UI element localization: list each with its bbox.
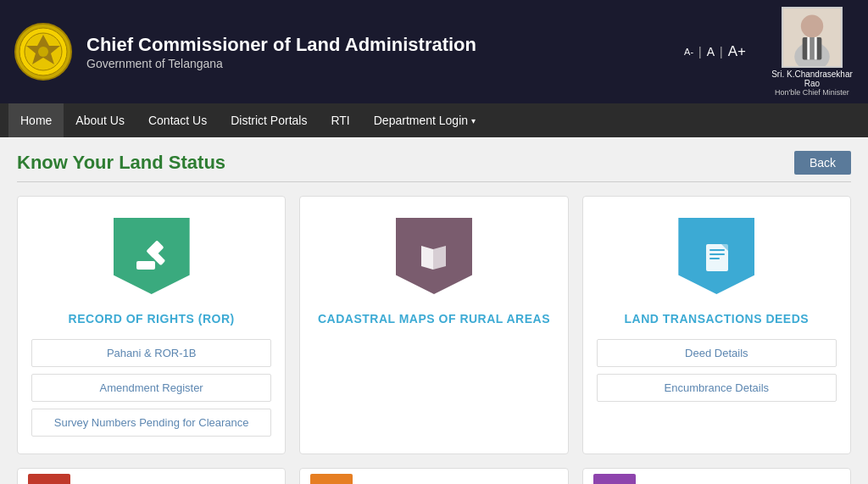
card-cadastral-icon-wrap <box>392 214 476 298</box>
chief-minister-title: Hon'ble Chief Minister <box>775 88 849 97</box>
svg-point-4 <box>38 47 48 57</box>
card-ror-link-pahani[interactable]: Pahani & ROR-1B <box>31 339 271 367</box>
cards-grid: RECORD OF RIGHTS (ROR) Pahani & ROR-1B A… <box>17 196 851 454</box>
svg-rect-10 <box>810 37 815 59</box>
nav-home[interactable]: Home <box>8 103 64 137</box>
main-content: Know Your Land Status Back RECORD OF RIG… <box>0 137 868 484</box>
page-title: Know Your Land Status <box>17 152 225 174</box>
card-deeds-icon-shape <box>678 218 754 294</box>
chief-minister-name: Sri. K.Chandrasekhar Rao <box>770 70 854 88</box>
card-deeds-links: Deed Details Encumbrance Details <box>597 339 837 402</box>
card-cadastral-icon-shape <box>396 218 472 294</box>
card-deeds-link-deed[interactable]: Deed Details <box>597 339 837 367</box>
svg-rect-15 <box>709 249 725 251</box>
font-normal-button[interactable]: A <box>707 45 715 58</box>
card-deeds-link-encumbrance[interactable]: Encumbrance Details <box>597 374 837 402</box>
site-title: Chief Commissioner of Land Administratio… <box>86 33 684 58</box>
font-increase-button[interactable]: A+ <box>728 43 746 60</box>
font-decrease-button[interactable]: A- <box>684 47 693 57</box>
bottom-cards-grid <box>17 468 851 484</box>
site-subtitle: Government of Telangana <box>86 57 684 70</box>
card-ror-title: RECORD OF RIGHTS (ROR) <box>69 312 235 325</box>
chief-minister-block: Sri. K.Chandrasekhar Rao Hon'ble Chief M… <box>770 7 854 97</box>
svg-rect-16 <box>709 253 725 255</box>
card-deeds-title: LAND TRANSACTIONS DEEDS <box>625 312 810 325</box>
dropdown-arrow-icon: ▾ <box>471 116 476 125</box>
card-cadastral-title: CADASTRAL MAPS OF RURAL AREAS <box>318 312 550 325</box>
chief-minister-photo <box>782 7 843 68</box>
card-deeds: LAND TRANSACTIONS DEEDS Deed Details Enc… <box>582 196 851 454</box>
site-header: Chief Commissioner of Land Administratio… <box>0 0 868 103</box>
card-ror: RECORD OF RIGHTS (ROR) Pahani & ROR-1B A… <box>17 196 286 454</box>
page-header: Know Your Land Status Back <box>17 151 851 182</box>
font-size-controls: A- | A | A+ <box>684 43 746 60</box>
back-button[interactable]: Back <box>794 151 851 175</box>
card-ror-links: Pahani & ROR-1B Amendment Register Surve… <box>31 339 271 437</box>
nav-rti[interactable]: RTI <box>319 103 361 137</box>
card-ror-icon-wrap <box>109 214 194 298</box>
nav-department-login[interactable]: Department Login ▾ <box>362 103 487 137</box>
nav-district-portals[interactable]: District Portals <box>219 103 319 137</box>
bottom-bar-purple <box>593 474 636 484</box>
card-ror-link-survey[interactable]: Survey Numbers Pending for Clearance <box>31 409 271 437</box>
svg-point-6 <box>801 15 823 37</box>
bottom-card-1 <box>17 468 286 484</box>
government-logo <box>14 22 73 81</box>
bottom-bar-red <box>28 474 70 484</box>
svg-rect-17 <box>709 258 720 259</box>
nav-contact-us[interactable]: Contact Us <box>136 103 219 137</box>
card-ror-icon-shape <box>114 218 190 294</box>
nav-about-us[interactable]: About Us <box>64 103 136 137</box>
svg-rect-12 <box>136 261 155 270</box>
card-ror-link-amendment[interactable]: Amendment Register <box>31 374 271 402</box>
main-navbar: Home About Us Contact Us District Portal… <box>0 103 868 137</box>
bottom-bar-orange <box>310 474 353 484</box>
bottom-card-2 <box>299 468 568 484</box>
card-deeds-icon-wrap <box>674 214 759 298</box>
card-cadastral: CADASTRAL MAPS OF RURAL AREAS <box>299 196 568 454</box>
header-title-block: Chief Commissioner of Land Administratio… <box>86 33 684 71</box>
bottom-card-3 <box>582 468 851 484</box>
